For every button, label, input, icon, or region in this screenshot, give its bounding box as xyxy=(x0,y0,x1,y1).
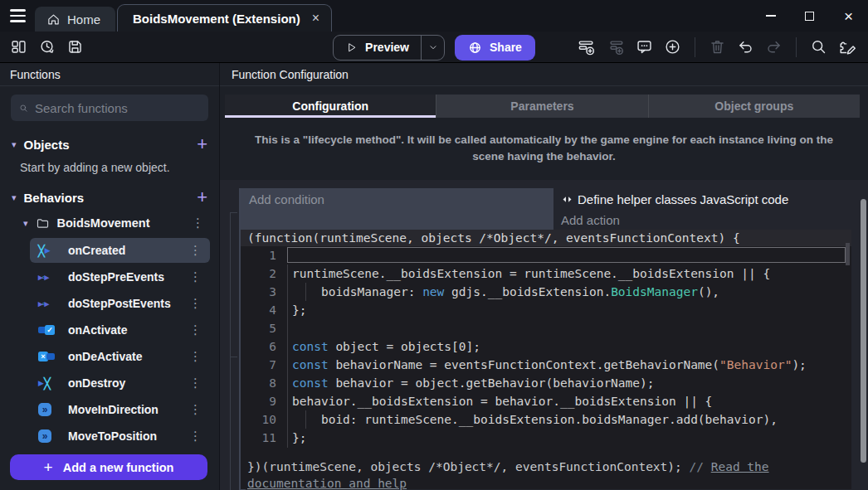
function-item-MoveInDirection[interactable]: »MoveInDirection⋮ xyxy=(30,397,210,422)
code-line-5[interactable]: 5 xyxy=(241,319,851,337)
kebab-menu-icon[interactable]: ⋮ xyxy=(186,296,205,311)
add-object-button[interactable]: + xyxy=(197,135,207,153)
function-item-onDeActivate[interactable]: ×onDeActivate⋮ xyxy=(30,344,210,369)
add-comment-icon[interactable] xyxy=(636,38,653,56)
code-line-9[interactable]: 9behavior.__boidsExtension = behavior.__… xyxy=(241,392,851,410)
add-function-button[interactable]: + Add a new function xyxy=(10,454,207,480)
code-line-11[interactable]: 11}; xyxy=(241,429,851,447)
delete-icon[interactable] xyxy=(709,38,726,56)
code-line-7[interactable]: 7const behaviorName = eventsFunctionCont… xyxy=(241,356,851,374)
toggle-on-icon: ✓ xyxy=(38,325,60,335)
main-menu-icon[interactable] xyxy=(0,0,35,32)
preview-dropdown-button[interactable] xyxy=(422,42,444,52)
behaviors-section-row[interactable]: ▾ Behaviors + xyxy=(0,186,219,209)
function-item-onCreated[interactable]: ╳▶onCreated⋮ xyxy=(30,238,210,263)
events-scrollbar[interactable] xyxy=(861,199,866,463)
toolbar-right-group xyxy=(578,37,868,57)
function-item-onDestroy[interactable]: ▶╳onDestroy⋮ xyxy=(30,371,210,395)
code-line-2[interactable]: 2runtimeScene.__boidsExtension = runtime… xyxy=(241,264,851,283)
function-item-onActivate[interactable]: ✓onActivate⋮ xyxy=(30,318,210,342)
add-event-icon[interactable] xyxy=(578,38,596,56)
code-line-3[interactable]: 3 boidsManager: new gdjs.__boidsExtensio… xyxy=(241,283,851,301)
line-number: 11 xyxy=(241,429,284,447)
code-line-4[interactable]: 4}; xyxy=(241,301,851,319)
code-line-text: }; xyxy=(284,301,851,319)
redo-icon[interactable] xyxy=(765,38,783,56)
add-sub-event-icon[interactable] xyxy=(607,38,625,56)
code-wrapper-header: (function(runtimeScene, objects /*Object… xyxy=(241,230,851,246)
js-code-event[interactable]: Add condition Define helper classes Java… xyxy=(241,188,851,489)
code-line-10[interactable]: 10 boid: runtimeScene.__boidsExtension.b… xyxy=(241,410,851,429)
function-item-label: onDestroy xyxy=(68,376,125,390)
add-function-label: Add a new function xyxy=(63,461,174,474)
function-item-doStepPostEvents[interactable]: ▸◦▸doStepPostEvents⋮ xyxy=(30,291,210,316)
kebab-menu-icon[interactable]: ⋮ xyxy=(186,376,205,391)
code-editor[interactable]: (function(runtimeScene, objects /*Object… xyxy=(241,230,851,489)
close-button[interactable]: × xyxy=(829,0,868,32)
tab-home-label: Home xyxy=(67,12,100,27)
toolbar-separator xyxy=(796,37,797,57)
function-item-doStepPreEvents[interactable]: ▸◦▸doStepPreEvents⋮ xyxy=(30,264,210,289)
event-header: Add condition Define helper classes Java… xyxy=(241,188,851,230)
function-item-label: onActivate xyxy=(68,323,128,337)
code-lines[interactable]: 12runtimeScene.__boidsExtension = runtim… xyxy=(241,246,851,447)
code-line-8[interactable]: 8const behavior = object.getBehavior(beh… xyxy=(241,374,851,392)
kebab-menu-icon[interactable]: ⋮ xyxy=(186,429,205,444)
tab-parameters[interactable]: Parameters xyxy=(436,95,647,118)
tab-configuration[interactable]: Configuration xyxy=(225,95,436,118)
add-condition-button[interactable]: Add condition xyxy=(241,188,553,230)
event-action-column: Define helper classes JavaScript code Ad… xyxy=(553,188,851,230)
search-functions-box[interactable] xyxy=(11,95,208,121)
line-number: 4 xyxy=(241,301,284,319)
preview-button[interactable]: Preview xyxy=(333,35,445,61)
destroy-icon: ▶╳ xyxy=(38,378,60,389)
line-number: 9 xyxy=(241,392,284,410)
gear-icon: » xyxy=(38,429,60,443)
edit-extension-icon[interactable] xyxy=(838,38,856,56)
add-action-button[interactable]: Add action xyxy=(561,210,851,230)
search-functions-input[interactable] xyxy=(35,101,200,115)
folder-icon xyxy=(36,216,50,230)
tab-extension[interactable]: BoidsMovement (Extension) × xyxy=(117,4,332,32)
kebab-menu-icon[interactable]: ⋮ xyxy=(188,216,207,230)
main-panel-title: Function Configuration xyxy=(220,63,868,86)
add-behavior-button[interactable]: + xyxy=(197,188,207,206)
gear-icon: » xyxy=(38,403,60,416)
share-button[interactable]: Share xyxy=(455,35,535,61)
code-wrapper-footer: })(runtimeScene, objects /*Object*/, eve… xyxy=(241,458,795,490)
kebab-menu-icon[interactable]: ⋮ xyxy=(186,269,205,284)
project-manager-icon[interactable] xyxy=(10,38,27,56)
tab-object-groups[interactable]: Object groups xyxy=(648,95,860,118)
code-line-1[interactable]: 1 xyxy=(241,246,851,264)
indent-guide xyxy=(287,264,288,448)
kebab-menu-icon[interactable]: ⋮ xyxy=(186,402,205,417)
tab-home[interactable]: Home xyxy=(35,7,115,32)
add-other-event-icon[interactable] xyxy=(664,38,681,56)
function-item-MoveToPosition[interactable]: »MoveToPosition⋮ xyxy=(30,424,210,449)
undo-icon[interactable] xyxy=(737,38,754,56)
close-tab-icon[interactable]: × xyxy=(312,12,319,25)
save-icon[interactable] xyxy=(66,38,84,56)
event-indent-tick xyxy=(230,212,237,213)
function-configuration-panel: Function Configuration Configuration Par… xyxy=(220,63,868,490)
chevron-down-icon[interactable]: ▾ xyxy=(12,139,17,150)
minimize-button[interactable] xyxy=(751,0,790,32)
maximize-button[interactable] xyxy=(790,0,829,32)
history-icon[interactable] xyxy=(38,38,56,56)
kebab-menu-icon[interactable]: ⋮ xyxy=(186,243,205,258)
code-line-text xyxy=(284,319,851,337)
search-icon[interactable] xyxy=(810,38,827,56)
code-line-text: boid: runtimeScene.__boidsExtension.boid… xyxy=(284,410,851,429)
js-event-title-row[interactable]: Define helper classes JavaScript code xyxy=(561,188,851,210)
kebab-menu-icon[interactable]: ⋮ xyxy=(186,349,205,364)
code-editor-scrollbar[interactable] xyxy=(846,243,850,265)
objects-section-row[interactable]: ▾ Objects + xyxy=(0,133,219,156)
kebab-menu-icon[interactable]: ⋮ xyxy=(186,323,205,337)
chevron-down-icon[interactable]: ▾ xyxy=(12,192,17,203)
events-sheet: Add condition Define helper classes Java… xyxy=(220,180,868,490)
objects-empty-text: Start by adding a new object. xyxy=(0,156,219,176)
behavior-group-boidsmovement[interactable]: ▾ BoidsMovement ⋮ xyxy=(0,211,219,235)
code-line-6[interactable]: 6const object = objects[0]; xyxy=(241,337,851,356)
objects-section-title: Objects xyxy=(24,138,70,152)
chevron-down-icon[interactable]: ▾ xyxy=(23,218,28,229)
